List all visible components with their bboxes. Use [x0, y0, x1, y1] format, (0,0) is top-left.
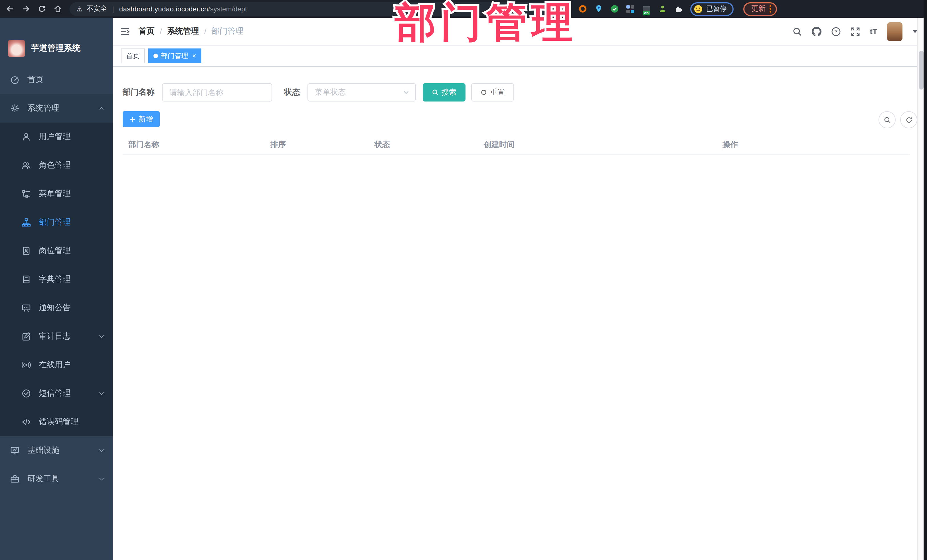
sidebar-item-11[interactable]: 短信管理: [0, 379, 113, 408]
app-logo-image: [8, 40, 25, 57]
page-content: 部门名称 状态 菜单状态 搜索 重置: [113, 67, 927, 560]
reset-button[interactable]: 重置: [471, 83, 514, 102]
chevron-down-icon: [98, 390, 105, 397]
sidebar-item-2[interactable]: 用户管理: [0, 123, 113, 151]
top-navbar: 首页 / 系统管理 / 部门管理 ? tT: [113, 18, 927, 46]
audit-log-icon: [21, 332, 32, 341]
browser-home-icon[interactable]: [54, 5, 62, 13]
breadcrumb-system[interactable]: 系统管理: [167, 26, 199, 36]
browser-update-menu[interactable]: 更新: [743, 2, 777, 16]
app-logo-row[interactable]: 芋道管理系统: [0, 18, 113, 65]
col-header-sort: 排序: [240, 140, 317, 150]
sidebar-item-1[interactable]: 系统管理: [0, 94, 113, 123]
update-label: 更新: [751, 4, 766, 14]
fullscreen-icon[interactable]: [851, 27, 860, 36]
user-menu-caret-icon[interactable]: [912, 30, 918, 33]
sidebar-item-label: 用户管理: [39, 132, 71, 142]
breadcrumb: 首页 / 系统管理 / 部门管理: [138, 26, 243, 36]
sidebar-item-label: 基础设施: [27, 445, 59, 456]
tag-0[interactable]: 首页: [121, 49, 145, 63]
sidebar-item-label: 审计日志: [39, 331, 71, 341]
scrollbar-thumb[interactable]: [919, 51, 923, 90]
sidebar-item-8[interactable]: 通知公告: [0, 294, 113, 322]
sms-icon: [21, 389, 32, 398]
refresh-table-button[interactable]: [900, 111, 917, 128]
tag-1[interactable]: 部门管理×: [148, 49, 201, 63]
ext-green-check-icon[interactable]: [610, 4, 619, 14]
user-avatar[interactable]: [887, 22, 903, 41]
sidebar-item-7[interactable]: 字典管理: [0, 265, 113, 294]
sidebar-item-label: 短信管理: [39, 389, 71, 399]
users-icon: [21, 161, 32, 170]
col-header-actions: 操作: [550, 140, 910, 150]
tag-label: 部门管理: [161, 51, 188, 61]
help-icon[interactable]: ?: [831, 27, 841, 36]
plus-icon: [129, 116, 136, 122]
security-label: 不安全: [87, 4, 107, 14]
sidebar-item-14[interactable]: 研发工具: [0, 465, 113, 493]
status-select[interactable]: 菜单状态: [307, 83, 416, 102]
sidebar-item-label: 首页: [27, 75, 43, 85]
sidebar-item-label: 研发工具: [27, 474, 59, 484]
sidebar-item-4[interactable]: 菜单管理: [0, 180, 113, 208]
svg-text:?: ?: [834, 29, 837, 34]
sidebar-item-label: 岗位管理: [39, 246, 71, 256]
sidebar-item-label: 系统管理: [27, 103, 59, 114]
dept-table: 部门名称 排序 状态 创建时间 操作: [123, 136, 910, 155]
url-host: dashboard.yudao.iocoder.cn: [119, 5, 208, 13]
search-button[interactable]: 搜索: [423, 83, 465, 102]
col-header-status: 状态: [317, 140, 448, 150]
ext-green-user-icon[interactable]: [658, 4, 667, 14]
github-icon[interactable]: [812, 27, 821, 36]
close-icon[interactable]: ×: [192, 52, 196, 59]
ext-location-pin-icon[interactable]: [594, 4, 603, 14]
add-button[interactable]: 新增: [123, 111, 160, 127]
sidebar-item-10[interactable]: 在线用户: [0, 351, 113, 379]
sidebar-item-12[interactable]: 错误码管理: [0, 408, 113, 436]
sidebar-menu: 首页系统管理用户管理角色管理菜单管理部门管理岗位管理字典管理通知公告审计日志在线…: [0, 65, 113, 493]
url-path: /system/dept: [208, 5, 247, 13]
browser-reload-icon[interactable]: [38, 5, 46, 13]
toolbox-icon: [9, 475, 21, 484]
chevron-up-icon: [98, 105, 105, 112]
browser-forward-icon[interactable]: [22, 5, 30, 13]
dept-name-input[interactable]: [162, 83, 272, 102]
address-bar[interactable]: ⚠ 不安全 | dashboard.yudao.iocoder.cn/syste…: [70, 2, 570, 16]
dashboard-icon: [9, 75, 21, 84]
paused-extension-pill[interactable]: 已暂停: [690, 2, 734, 16]
app-title: 芋道管理系统: [31, 43, 81, 57]
ext-orange-ring-icon[interactable]: [578, 4, 587, 14]
dept-name-label: 部门名称: [123, 87, 155, 97]
page-scrollbar[interactable]: [917, 18, 924, 560]
sidebar-item-0[interactable]: 首页: [0, 65, 113, 94]
sidebar-item-13[interactable]: 基础设施: [0, 436, 113, 465]
breadcrumb-home[interactable]: 首页: [138, 26, 155, 36]
ext-on-badge-icon[interactable]: on: [642, 4, 651, 14]
ext-grid-icon[interactable]: [626, 4, 635, 14]
gear-icon: [9, 104, 21, 113]
search-icon[interactable]: [792, 27, 802, 36]
sidebar-item-label: 部门管理: [39, 217, 71, 228]
ext-puzzle-icon[interactable]: [674, 4, 683, 14]
broadcast-icon: [21, 360, 32, 370]
col-header-created: 创建时间: [448, 140, 550, 150]
tags-view-bar: 首页部门管理×: [113, 46, 927, 67]
kebab-menu-icon[interactable]: [769, 5, 771, 12]
sidebar-item-5[interactable]: 部门管理: [0, 208, 113, 237]
sidebar-item-6[interactable]: 岗位管理: [0, 237, 113, 265]
sidebar-item-label: 错误码管理: [39, 417, 79, 427]
refresh-icon: [905, 116, 912, 123]
bookmark-star-icon[interactable]: ☆: [557, 5, 564, 13]
chevron-down-icon: [98, 333, 105, 340]
book-icon: [21, 275, 32, 284]
sidebar-item-label: 在线用户: [39, 360, 71, 370]
filter-form: 部门名称 状态 菜单状态 搜索 重置: [123, 83, 917, 102]
browser-back-icon[interactable]: [6, 5, 14, 13]
toggle-search-button[interactable]: [878, 111, 896, 128]
sidebar-item-9[interactable]: 审计日志: [0, 322, 113, 351]
sidebar-item-3[interactable]: 角色管理: [0, 151, 113, 180]
hamburger-icon[interactable]: [120, 27, 130, 36]
font-size-icon[interactable]: tT: [870, 27, 877, 36]
paused-label: 已暂停: [706, 4, 727, 14]
table-toolbar: 新增: [123, 111, 917, 128]
